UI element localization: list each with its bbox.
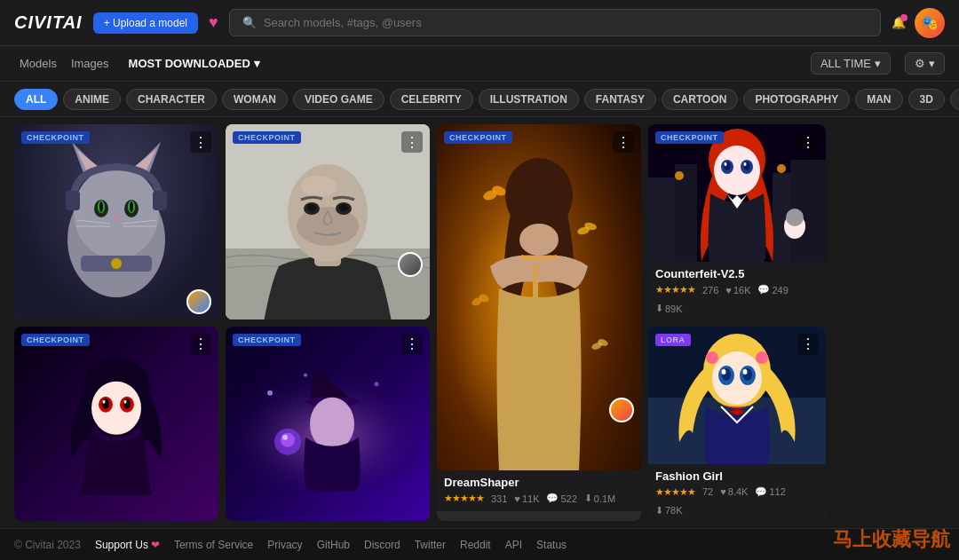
card-fashion-girl[interactable]: LORA ⋮ Fashion Girl ★★★★★ 72 ♥ 8.4K 💬 11… xyxy=(648,327,826,522)
svg-point-29 xyxy=(124,399,127,403)
support-us-link[interactable]: Support Us ❤ xyxy=(95,539,160,551)
tag-photography[interactable]: PHOTOGRAPHY xyxy=(743,89,850,110)
card-avatar-dream xyxy=(609,398,634,422)
svg-point-27 xyxy=(123,398,131,408)
card-realistic-vision[interactable]: CHECKPOINT ⋮ Realistic Vision V2.0 现实主义视… xyxy=(226,124,430,319)
sort-dropdown[interactable]: MOST DOWNLOADED ▾ xyxy=(129,57,260,70)
card-info-dream: DreamShaper ★★★★★ 331 ♥ 11K 💬 522 ⬇ 0.1M xyxy=(437,470,641,511)
card-badge-deliberate: CHECKPOINT xyxy=(21,131,90,144)
svg-point-11 xyxy=(130,201,133,212)
heart-icon[interactable]: ♥ xyxy=(209,13,218,32)
time-filter[interactable]: ALL TIME ▾ xyxy=(811,52,891,75)
rating-count-dream: 331 xyxy=(491,493,507,504)
tab-images[interactable]: Images xyxy=(66,53,115,74)
comments-dream: 💬 522 xyxy=(546,493,576,504)
filter-button[interactable]: ⚙ ▾ xyxy=(905,52,945,75)
search-input[interactable] xyxy=(264,16,868,29)
svg-point-28 xyxy=(103,399,106,403)
card-badge-rv: CHECKPOINT xyxy=(233,131,301,144)
card-stats-dream: ★★★★★ 331 ♥ 11K 💬 522 ⬇ 0.1M xyxy=(444,493,634,504)
card-menu-anime[interactable]: ⋮ xyxy=(190,334,211,355)
svg-point-91 xyxy=(756,351,768,364)
card-menu-rv[interactable]: ⋮ xyxy=(401,131,423,153)
card-title-fashion: Fashion Girl xyxy=(655,469,819,483)
rating-count-counterfeit: 276 xyxy=(702,285,718,296)
svg-point-26 xyxy=(102,398,109,408)
card-menu-deliberate[interactable]: ⋮ xyxy=(190,131,211,153)
tag-all[interactable]: ALL xyxy=(14,89,58,110)
svg-point-47 xyxy=(310,397,354,450)
card-avatar-rv xyxy=(398,252,423,277)
card-badge-anime: CHECKPOINT xyxy=(21,334,90,346)
svg-point-79 xyxy=(786,209,804,226)
tag-celebrity[interactable]: CELEBRITY xyxy=(390,89,473,110)
card-info-counterfeit: Counterfeit-V2.5 ★★★★★ 276 ♥ 16K 💬 249 ⬇… xyxy=(648,262,826,319)
likes-dream: ♥ 11K xyxy=(514,493,539,504)
card-menu-witch[interactable]: ⋮ xyxy=(401,334,423,355)
card-menu-dream[interactable]: ⋮ xyxy=(613,131,634,153)
svg-point-34 xyxy=(301,176,337,197)
svg-point-10 xyxy=(99,201,103,212)
status-link[interactable]: Status xyxy=(536,539,567,551)
comments-fashion: 💬 112 xyxy=(755,486,785,498)
card-stats-fashion: ★★★★★ 72 ♥ 8.4K 💬 112 ⬇ 78K xyxy=(655,486,819,517)
notification-dot xyxy=(900,14,907,21)
svg-point-41 xyxy=(267,390,273,395)
terms-link[interactable]: Terms of Service xyxy=(174,539,253,551)
svg-point-42 xyxy=(304,373,307,376)
reddit-link[interactable]: Reddit xyxy=(460,539,491,551)
card-info-fashion: Fashion Girl ★★★★★ 72 ♥ 8.4K 💬 112 ⬇ 78K xyxy=(648,464,826,522)
svg-point-90 xyxy=(706,351,718,364)
tag-anime[interactable]: ANIME xyxy=(63,89,121,110)
user-avatar[interactable]: 🎭 xyxy=(915,8,945,38)
svg-rect-20 xyxy=(153,191,167,210)
tag-video-game[interactable]: VIDEO GAME xyxy=(293,89,384,110)
footer: © Civitai 2023 Support Us ❤ Terms of Ser… xyxy=(0,528,959,560)
upload-button[interactable]: + Upload a model xyxy=(93,12,198,34)
card-dreamshaper[interactable]: CHECKPOINT ⋮ DreamShaper ★★★★★ 331 ♥ 11K… xyxy=(437,124,641,521)
stars-dream: ★★★★★ xyxy=(444,493,484,504)
svg-point-38 xyxy=(307,204,316,211)
card-stats-counterfeit: ★★★★★ 276 ♥ 16K 💬 249 ⬇ 89K xyxy=(655,284,819,314)
svg-point-18 xyxy=(111,258,122,269)
search-bar: 🔍 xyxy=(229,9,881,36)
rating-count-fashion: 72 xyxy=(702,486,713,497)
svg-point-71 xyxy=(714,146,760,195)
tag-fantasy[interactable]: FANTASY xyxy=(584,89,656,110)
tag-illustration[interactable]: ILLUSTRATION xyxy=(479,89,579,110)
tag-character[interactable]: CHARACTER xyxy=(126,89,217,110)
svg-point-76 xyxy=(725,162,727,166)
card-title-counterfeit: Counterfeit-V2.5 xyxy=(655,267,819,280)
downloads-counterfeit: ⬇ 89K xyxy=(655,303,683,314)
card-counterfeit[interactable]: CHECKPOINT ⋮ Counterfeit-V2.5 ★★★★★ 276 … xyxy=(648,124,826,319)
privacy-link[interactable]: Privacy xyxy=(267,539,302,551)
card-avatar-deliberate xyxy=(186,289,211,314)
card-deliberate[interactable]: CHECKPOINT ⋮ Deliberate ★★★★★ 985 ♥ 13K … xyxy=(14,124,218,319)
svg-point-88 xyxy=(722,369,726,375)
subheader: Models Images MOST DOWNLOADED ▾ ALL TIME… xyxy=(0,46,959,82)
github-link[interactable]: GitHub xyxy=(317,539,350,551)
filter-tags-bar: ALL ANIME CHARACTER WOMAN VIDEO GAME CEL… xyxy=(0,82,959,117)
tag-cartoon[interactable]: CARTOON xyxy=(662,89,738,110)
svg-point-39 xyxy=(339,204,348,211)
card-menu-counterfeit[interactable]: ⋮ xyxy=(797,131,819,153)
tag-landscapes[interactable]: LANDSCAPES xyxy=(950,89,959,110)
svg-point-89 xyxy=(743,369,748,375)
discord-link[interactable]: Discord xyxy=(364,539,400,551)
logo: CIVITAI xyxy=(14,12,83,33)
stars-fashion: ★★★★★ xyxy=(655,486,695,498)
likes-fashion: ♥ 8.4K xyxy=(720,486,748,497)
card-badge-fashion: LORA xyxy=(655,334,691,346)
api-link[interactable]: API xyxy=(505,539,522,551)
card-anime-girl[interactable]: CHECKPOINT ⋮ xyxy=(14,327,218,522)
twitter-link[interactable]: Twitter xyxy=(415,539,446,551)
tab-models[interactable]: Models xyxy=(14,53,62,74)
header: CIVITAI + Upload a model ♥ 🔍 🔔 🎭 xyxy=(0,0,959,46)
card-witch[interactable]: CHECKPOINT ⋮ xyxy=(226,327,430,522)
tag-woman[interactable]: WOMAN xyxy=(222,89,288,110)
tag-man[interactable]: MAN xyxy=(855,89,902,110)
card-menu-fashion[interactable]: ⋮ xyxy=(797,334,819,355)
tag-3d[interactable]: 3D xyxy=(908,89,945,110)
notification-bell[interactable]: 🔔 xyxy=(892,16,906,29)
downloads-fashion: ⬇ 78K xyxy=(655,505,683,517)
